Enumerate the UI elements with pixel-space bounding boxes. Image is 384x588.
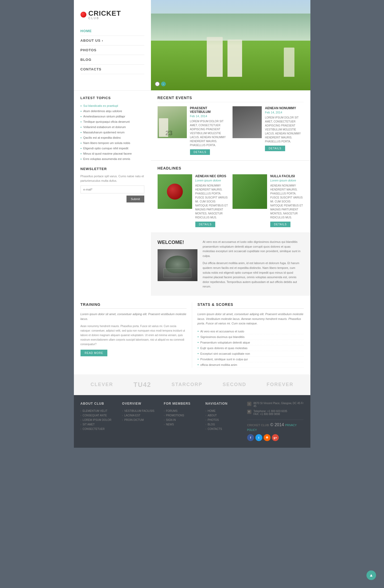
newsletter-title: NEWSLETTER (81, 167, 144, 171)
event-details-btn-2[interactable]: DETAILS (265, 146, 285, 151)
topic-item[interactable]: Qacilis est at expedita distinc (81, 135, 144, 140)
latest-topics-section: LATEST TOPICS Sui blandicatis ex praetiu… (81, 96, 144, 162)
headlines-section: HEADLINES AENEAN NEC EROS Lorem ipsum (151, 161, 310, 232)
topic-item[interactable]: Timilique qunicpaqui oficia deserunt (81, 119, 144, 124)
headline-thumb-1 (158, 174, 192, 209)
headlines-grid: AENEAN NEC EROS Lorem ipsum dolore AENEA… (158, 174, 304, 227)
footer-navigation: NAVIGATION HOME ABOUT PHOTOS BLOG CONTAC… (205, 402, 243, 441)
stats-list: At vero eos et accusamus et iusto Signis… (197, 329, 304, 368)
footer-overview-item[interactable]: VESTIBULUM FACILISIS (122, 409, 160, 413)
sponsors-section: CLEVER TU42 STARCORP SECOND FOREVER (74, 374, 310, 395)
training-read-more-btn[interactable]: READ MORE (81, 350, 108, 356)
headline-desc-2: AENEAN NONUMMY HENDRERIT MAURIS. PHASELL… (270, 184, 304, 219)
stats-item: Provident, similique sunt in culpa qui (197, 357, 304, 362)
nav-item-contacts[interactable]: CONTACTS (81, 65, 144, 74)
footer-nav-item[interactable]: CONTACTS (205, 427, 243, 431)
event-date-1: Feb 14, 2014 (190, 115, 229, 118)
logo-ball-icon (81, 12, 86, 18)
footer-about-item[interactable]: CONSEQUAT ANTE (81, 413, 118, 418)
event-name-2: AENEAN NONUMMY (265, 106, 304, 110)
footer-about: ABOUT CLUB ELEMENTUM VELIT CONSEQUAT ANT… (81, 402, 118, 441)
event-date-2: Feb 14, 2014 (265, 111, 304, 114)
headline-details-btn-2[interactable]: DETAILS (270, 222, 290, 227)
facebook-icon[interactable]: f (247, 434, 254, 441)
events-grid: 23 PRAESENT VESTIBULUM Feb 14, 2014 LORE… (158, 106, 304, 155)
recent-events-title: RECENT EVENTS (158, 96, 304, 102)
footer-members-item[interactable]: NEWS (164, 422, 201, 427)
headline-name-2: NULLA FACILISI (270, 174, 304, 178)
headline-info-1: AENEAN NEC EROS Lorem ipsum dolore AENEA… (195, 174, 229, 227)
footer-about-item[interactable]: CONSECTETUER (81, 427, 118, 431)
training-desc: Lorem ipsum dolor sit amet, conseetuer a… (81, 312, 187, 321)
hero-next-btn[interactable]: › (161, 82, 166, 86)
twitter-icon[interactable]: t (255, 434, 262, 441)
stats-item: Signissimos ducimus qui blanditiis (197, 334, 304, 340)
event-thumbnail-2 (233, 106, 262, 138)
footer-about-item[interactable]: ELEMENTUM VELIT (81, 409, 118, 413)
footer-fax: FAX: +1 800 889 9898 (254, 413, 287, 416)
footer-phone: ✆ Telephone: +1 800 603 6035 FAX: +1 800… (247, 410, 304, 416)
headlines-title: HEADLINES (158, 166, 304, 170)
footer-nav-item[interactable]: PHOTOS (205, 418, 243, 422)
training-title: TRAINING (81, 302, 187, 309)
footer-contact: ⌂ 8870 St Vincent Place, Glasgow, DC 45 … (247, 402, 304, 441)
footer-overview-item[interactable]: PROIN DICTUM (122, 418, 160, 422)
topic-item[interactable]: Massaluharum quidemed rerum (81, 130, 144, 135)
welcome-text-1: At vero eos et accusamus et iusto odio d… (203, 240, 304, 258)
footer-members-item[interactable]: SIGN IN (164, 418, 201, 422)
recent-events-section: RECENT EVENTS 23 PRAESENT VESTIBULUM Fe (151, 90, 310, 160)
topic-item[interactable]: Enrs voluptas assumenda est omnis (81, 156, 144, 162)
footer-grid: ABOUT CLUB ELEMENTUM VELIT CONSEQUAT ANT… (81, 402, 304, 441)
footer-overview-title: OVERVIEW (122, 402, 160, 405)
social-icons: f t ⊛ g+ (247, 434, 304, 441)
nav-item-about[interactable]: ABOUT US › (81, 36, 144, 45)
sponsor-tu42: TU42 (133, 381, 151, 388)
footer-nav-item[interactable]: BLOG (205, 422, 243, 427)
right-main-content: RECENT EVENTS 23 PRAESENT VESTIBULUM Fe (151, 90, 310, 296)
footer-address: ⌂ 8870 St Vincent Place, Glasgow, DC 45 … (247, 402, 304, 408)
footer-members-item[interactable]: PROMOTIONS (164, 413, 201, 418)
headline-thumb-2 (233, 174, 267, 209)
footer-nav-list: HOME ABOUT PHOTOS BLOG CONTACTS (205, 409, 243, 431)
topic-item[interactable]: Sui blandicatis ex praetiupl (81, 103, 144, 108)
sidebar: CRICKET CLUB HOME ABOUT US › PHOTOS BLOG… (74, 0, 151, 90)
nav-item-photos[interactable]: PHOTOS (81, 45, 144, 55)
home-icon: ⌂ (247, 402, 251, 406)
topic-item[interactable]: Minus id quod maxime placeat facere (81, 151, 144, 156)
footer-about-item[interactable]: LOREM IPSUM DOLOR (81, 418, 118, 422)
topic-item[interactable]: Eligendi optio cumque nihil impedit (81, 146, 144, 151)
training-body: Aean nonummy hendrerit mauris. Phasellus… (81, 324, 187, 346)
hero-prev-btn[interactable]: ‹ (155, 82, 160, 86)
topic-item[interactable]: Vollanimd estiaborum et dolorum (81, 124, 144, 130)
newsletter-section: NEWSLETTER Phasellus portace spll varus.… (81, 167, 144, 202)
training-column: TRAINING Lorem ipsum dolor sit amet, con… (81, 302, 192, 368)
stats-item: Eujtr quos dolores et quas molestias (197, 345, 304, 351)
google-plus-icon[interactable]: g+ (272, 434, 279, 441)
headline-name-1: AENEAN NEC EROS (195, 174, 229, 178)
newsletter-submit-btn[interactable]: Submit (126, 196, 144, 202)
event-details-btn-1[interactable]: DETAILS (190, 149, 210, 155)
stats-desc: Lorem ipsum dolor sit amet, conseetuer a… (197, 312, 304, 326)
rss-icon[interactable]: ⊛ (264, 434, 271, 441)
topic-item[interactable]: Atum delentimos atqu udolore (81, 108, 144, 114)
footer-overview-item[interactable]: LACINIA EST (122, 413, 160, 418)
left-sidebar-content: LATEST TOPICS Sui blandicatis ex praetiu… (74, 90, 151, 296)
footer-nav-item[interactable]: ABOUT (205, 413, 243, 418)
headline-info-2: NULLA FACILISI Lorem ipsum dolore AENEAN… (270, 174, 304, 227)
nav-item-blog[interactable]: BLOG (81, 55, 144, 65)
logo-area: CRICKET CLUB (74, 5, 151, 26)
logo-text: CRICKET (88, 9, 121, 17)
training-stats-section: TRAINING Lorem ipsum dolor sit amet, con… (74, 296, 310, 374)
footer-members-item[interactable]: FORUMS (164, 409, 201, 413)
footer-about-item[interactable]: SIT AMET (81, 422, 118, 427)
topic-item[interactable]: Amelestiaesceun sintum pidilapr (81, 114, 144, 119)
topic-item[interactable]: Nam libero tempore um soluta nobis (81, 140, 144, 146)
stats-item: At vero eos et accusamus et iusto (197, 329, 304, 334)
headline-details-btn-1[interactable]: DETAILS (195, 222, 216, 227)
footer-nav-item[interactable]: HOME (205, 409, 243, 413)
topic-list: Sui blandicatis ex praetiupl Atum delent… (81, 103, 144, 162)
headline-sub-2: Lorem ipsum dolore (270, 179, 304, 182)
welcome-title: WELCOME! (158, 240, 197, 245)
nav-item-home[interactable]: HOME (81, 26, 144, 36)
newsletter-email-input[interactable] (81, 185, 144, 193)
